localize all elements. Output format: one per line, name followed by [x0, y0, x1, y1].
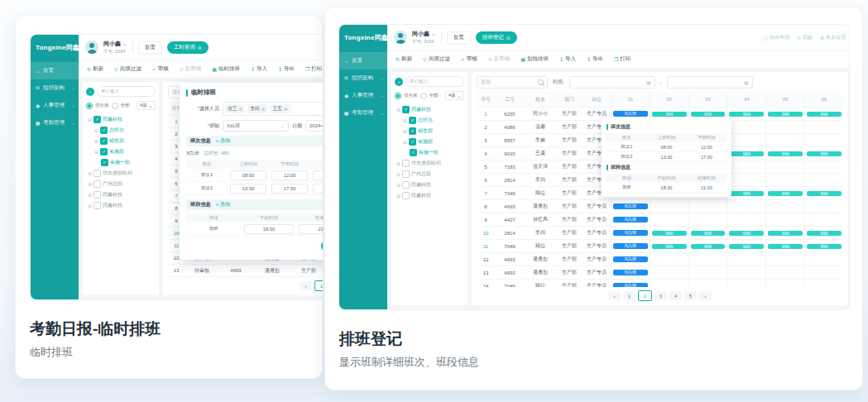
toolbar-check-button[interactable]: ✓审核 — [152, 65, 169, 73]
checkbox[interactable] — [402, 160, 410, 167]
shift-badge[interactable]: X白班 — [613, 243, 648, 249]
checkbox[interactable]: ✓ — [409, 117, 416, 124]
time-input[interactable]: 12:00 — [271, 170, 308, 180]
feature-card-shift-register[interactable]: Tongxine同鑫⌂首页⧉组织架构›◉人事管理›▦考勤管理›同小鑫 ⌄工号: … — [324, 7, 863, 390]
checkbox[interactable]: ✓ — [402, 106, 410, 113]
expand-icon[interactable]: ⊖ — [94, 127, 98, 133]
seq-cell[interactable]: 9 — [477, 213, 495, 226]
tree-node-8[interactable]: ⊖同鑫科技 — [395, 190, 464, 201]
seq-cell[interactable]: 7 — [477, 187, 495, 199]
time-input[interactable]: 4 — [313, 184, 324, 194]
time-input[interactable]: 17:30 — [271, 184, 308, 194]
add-shift-link[interactable]: + 添加 — [216, 137, 231, 145]
tree-node-0[interactable]: ⊖✓同鑫科技 — [86, 114, 156, 125]
tree-node-3[interactable]: ⊖✓实施部 — [86, 146, 156, 157]
sidebar-item-3[interactable]: ▦考勤管理› — [31, 114, 79, 132]
checkbox[interactable] — [94, 191, 101, 199]
primary-action-button[interactable]: 工时查询⊙ — [167, 41, 209, 54]
checkbox[interactable]: ✓ — [100, 127, 108, 134]
checkbox[interactable] — [94, 180, 101, 188]
toolbar-schedule-button[interactable]: ▦划线排班 — [520, 55, 549, 63]
header-link-2[interactable]: ⊕更多应用 — [820, 34, 846, 41]
checkbox[interactable] — [94, 202, 101, 209]
page-button[interactable]: 1 — [314, 280, 324, 291]
tree-node-0[interactable]: ⊖✓同鑫科技 — [395, 104, 464, 115]
checkbox[interactable] — [402, 181, 410, 189]
tree-node-2[interactable]: ⊖✓销售部 — [86, 136, 156, 146]
primary-action-button[interactable]: 排班登记⊙ — [476, 31, 517, 44]
time-input[interactable]: 4 — [313, 170, 324, 180]
tree-node-5[interactable]: ⊖华东虚拟组织 — [86, 168, 156, 179]
seq-cell[interactable]: 13 — [168, 265, 185, 276]
checkbox[interactable]: ✓ — [409, 127, 416, 135]
tree-search-input[interactable]: 单行输入 — [405, 76, 464, 87]
toolbar-export-button[interactable]: ↥导出 — [587, 55, 603, 63]
shift-badge[interactable]: X白班 — [613, 270, 648, 275]
shift-badge[interactable]: 996 — [768, 151, 803, 156]
tree-node-1[interactable]: ⊖✓总经办 — [395, 115, 464, 126]
user-block[interactable]: 同小鑫 ⌄工号: 2064 — [103, 40, 127, 55]
shift-badge[interactable]: 996 — [729, 151, 764, 156]
collapse-icon[interactable]: ‹ — [86, 88, 94, 96]
user-block[interactable]: 同小鑫 ⌄工号: 2064 — [412, 30, 436, 45]
expand-icon[interactable]: ⊖ — [403, 139, 407, 145]
seq-cell[interactable]: 5 — [477, 160, 495, 173]
shift-badge[interactable]: 996 — [652, 112, 687, 117]
seq-cell[interactable]: 12 — [477, 253, 495, 266]
level-select[interactable]: 4级⌄ — [137, 101, 156, 110]
expand-icon[interactable]: ⊖ — [94, 149, 98, 155]
sidebar-item-0[interactable]: ⌂首页 — [339, 52, 387, 69]
shift-badge[interactable]: X白班 — [613, 203, 648, 209]
shift-badge[interactable]: X白班 — [613, 230, 648, 236]
seq-cell[interactable]: 11 — [477, 240, 495, 252]
shift-badge[interactable]: 996 — [807, 231, 842, 236]
checkbox[interactable]: ✓ — [101, 159, 108, 166]
prev-page-button[interactable]: ‹ — [300, 281, 312, 290]
radio-active-only[interactable] — [395, 93, 401, 99]
checkbox[interactable]: ✓ — [94, 116, 101, 123]
shift-badge[interactable]: 996 — [691, 244, 726, 249]
tree-node-8[interactable]: ⊖同鑫科技 — [86, 200, 156, 211]
shift-badge[interactable]: 996 — [768, 112, 803, 117]
toolbar-export-button[interactable]: ↥导出 — [278, 65, 295, 73]
remove-tag-icon[interactable]: ⊗ — [261, 107, 266, 112]
toolbar-filter-button[interactable]: ▽高级过滤 — [423, 55, 450, 63]
expand-icon[interactable]: ⊖ — [396, 160, 400, 166]
time-input[interactable]: 18:30 — [244, 224, 295, 234]
shift-badge[interactable]: 996 — [807, 112, 842, 117]
checkbox[interactable] — [94, 170, 101, 177]
date-input[interactable]: 2024-06-01 — [305, 120, 324, 132]
page-button[interactable]: 1 — [623, 291, 635, 300]
tree-node-6[interactable]: ⊖广州总部 — [395, 169, 464, 179]
tree-node-3[interactable]: ⊖✓实施部 — [395, 136, 464, 147]
seq-cell[interactable]: 1 — [477, 108, 495, 120]
sidebar-item-3[interactable]: ▦考勤管理› — [339, 104, 387, 122]
avatar[interactable] — [394, 31, 407, 44]
shift-badge[interactable]: 996 — [691, 112, 726, 117]
seq-cell[interactable]: 4 — [477, 147, 495, 160]
toolbar-filter-button[interactable]: ▽高级过滤 — [114, 65, 141, 73]
checkbox[interactable]: ✓ — [100, 148, 108, 156]
shift-badge[interactable]: 996 — [729, 244, 764, 249]
shift-badge[interactable]: 996 — [652, 231, 687, 236]
radio-all[interactable] — [112, 103, 118, 109]
expand-icon[interactable]: ⊖ — [396, 171, 400, 177]
checkbox[interactable] — [402, 192, 410, 199]
sidebar-item-1[interactable]: ⧉组织架构› — [31, 79, 79, 97]
time-input[interactable]: 21:00 — [299, 224, 324, 234]
radio-active-only[interactable] — [86, 103, 93, 109]
shift-badge[interactable]: 996 — [768, 244, 803, 249]
checkbox[interactable]: ✓ — [100, 137, 108, 145]
shift-badge[interactable]: X白班 — [613, 256, 648, 262]
time-input[interactable]: 13:30 — [230, 184, 266, 194]
tree-node-6[interactable]: ⊖广州总部 — [86, 179, 156, 189]
shift-badge[interactable]: 996 — [768, 231, 803, 236]
prev-page-button[interactable]: ‹ — [608, 291, 621, 300]
toolbar-refresh-button[interactable]: ↻刷新 — [396, 55, 412, 63]
remove-tag-icon[interactable]: ⊗ — [239, 107, 243, 112]
next-page-button[interactable]: › — [699, 291, 712, 300]
seq-cell[interactable]: 8 — [477, 200, 495, 213]
seq-cell[interactable]: 14 — [477, 280, 495, 287]
page-button[interactable]: 3 — [655, 291, 667, 300]
checkbox[interactable] — [402, 170, 410, 178]
